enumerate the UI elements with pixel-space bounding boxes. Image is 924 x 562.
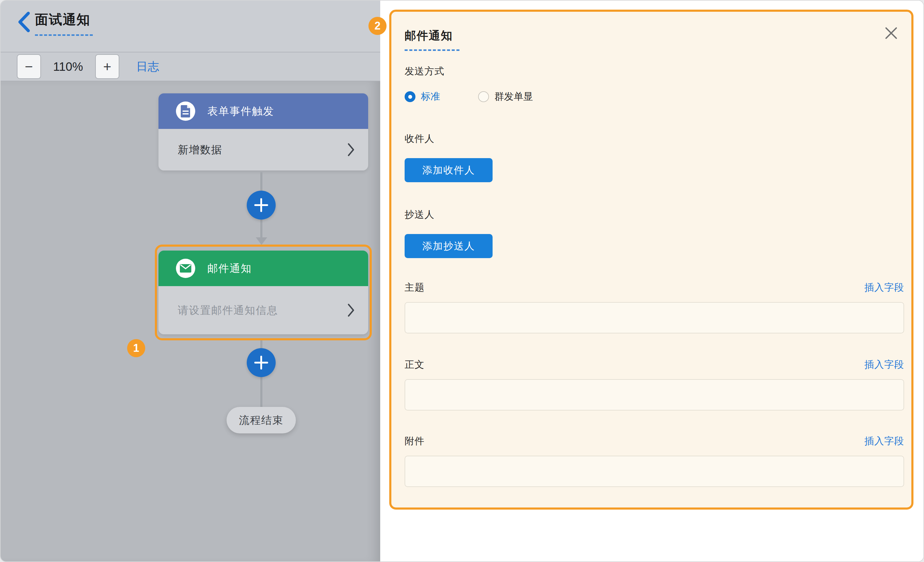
app-window: 面试通知 − 110% + 日志 [0, 0, 924, 562]
step-badge-1: 1 [127, 339, 145, 357]
selected-node-outline: 邮件通知 请设置邮件通知信息 [155, 244, 372, 340]
insert-field-link[interactable]: 插入字段 [864, 358, 904, 371]
recipient-label: 收件人 [405, 132, 904, 145]
radio-label: 标准 [421, 90, 440, 103]
plus-icon [254, 197, 269, 213]
radio-standard[interactable]: 标准 [405, 90, 440, 103]
radio-selected-icon [405, 91, 416, 102]
node-title: 表单事件触发 [207, 104, 274, 118]
flow-canvas[interactable]: 表单事件触发 新增数据 [1, 81, 380, 562]
add-step-button[interactable] [247, 348, 276, 377]
add-recipient-button[interactable]: 添加收件人 [405, 158, 493, 182]
step-badge-2: 2 [369, 17, 387, 35]
node-form-trigger[interactable]: 表单事件触发 新增数据 [159, 93, 368, 171]
body-input[interactable] [405, 379, 904, 411]
close-icon [885, 27, 897, 39]
add-step-button[interactable] [247, 191, 276, 220]
plus-icon [254, 355, 269, 370]
email-settings-panel: 邮件通知 发送方式 标准 群发单显 收件人 添加收件人 抄送人 添加抄送人 主题… [389, 10, 914, 510]
insert-field-link[interactable]: 插入字段 [864, 435, 904, 448]
flow-builder-pane: 面试通知 − 110% + 日志 [1, 1, 380, 562]
flow-title: 面试通知 [35, 11, 90, 28]
send-method-options: 标准 群发单显 [405, 90, 904, 103]
envelope-icon [176, 259, 195, 278]
titlebar: 面试通知 [1, 1, 380, 52]
subject-input[interactable] [405, 302, 904, 333]
add-cc-button[interactable]: 添加抄送人 [405, 234, 493, 258]
node-title: 邮件通知 [207, 261, 252, 276]
canvas-toolbar: − 110% + 日志 [1, 52, 380, 81]
settings-pane: 邮件通知 发送方式 标准 群发单显 收件人 添加收件人 抄送人 添加抄送人 主题… [380, 1, 924, 562]
node-email-notify-header: 邮件通知 [159, 250, 368, 286]
zoom-level: 110% [41, 60, 95, 73]
flow-end-node: 流程结束 [226, 407, 296, 433]
log-link[interactable]: 日志 [136, 59, 159, 74]
attachment-label: 附件 [405, 435, 424, 448]
chevron-right-icon [347, 303, 355, 317]
panel-title: 邮件通知 [405, 28, 904, 43]
form-document-icon [176, 102, 195, 121]
radio-label: 群发单显 [494, 90, 533, 103]
zoom-out-button[interactable]: − [17, 54, 41, 79]
node-subtitle: 新增数据 [178, 143, 347, 157]
radio-unselected-icon [478, 91, 489, 102]
body-label: 正文 [405, 358, 424, 371]
node-form-trigger-header: 表单事件触发 [159, 93, 368, 129]
chevron-right-icon [347, 143, 355, 157]
back-icon[interactable] [17, 12, 31, 33]
insert-field-link[interactable]: 插入字段 [864, 281, 904, 294]
radio-mass-single[interactable]: 群发单显 [478, 90, 533, 103]
send-method-label: 发送方式 [405, 65, 904, 78]
connector-arrowhead [256, 237, 267, 245]
node-email-notify-body[interactable]: 请设置邮件通知信息 [159, 286, 368, 334]
body-field-row: 正文 插入字段 [405, 358, 904, 371]
node-subtitle: 请设置邮件通知信息 [178, 303, 347, 318]
node-email-notify[interactable]: 邮件通知 请设置邮件通知信息 [159, 250, 368, 334]
close-panel-button[interactable] [884, 26, 898, 40]
panel-title-underline [405, 49, 459, 51]
attachment-field-row: 附件 插入字段 [405, 435, 904, 448]
attachment-input[interactable] [405, 456, 904, 487]
subject-field-row: 主题 插入字段 [405, 281, 904, 294]
node-form-trigger-body[interactable]: 新增数据 [159, 129, 368, 171]
subject-label: 主题 [405, 281, 424, 294]
zoom-in-button[interactable]: + [95, 54, 119, 79]
cc-label: 抄送人 [405, 208, 904, 221]
flow-title-underline [35, 34, 93, 36]
